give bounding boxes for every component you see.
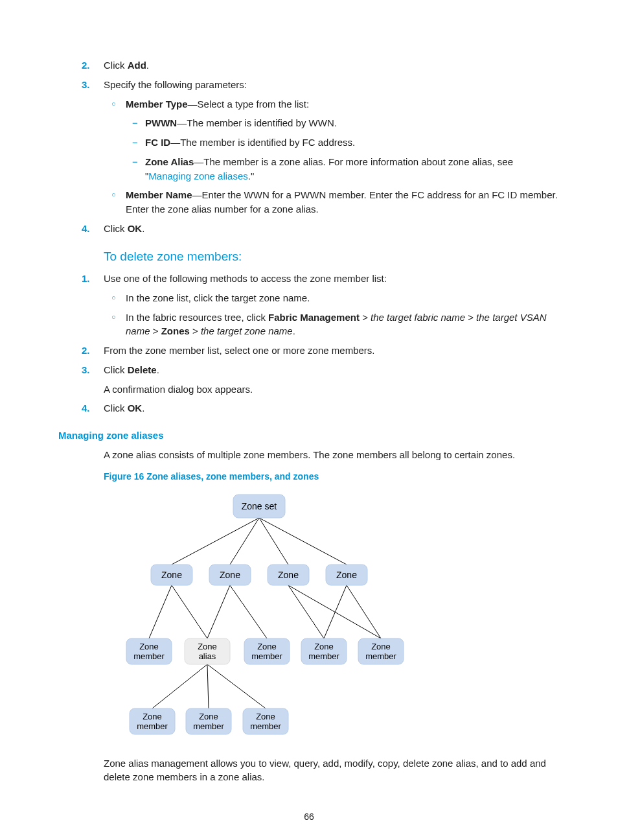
svg-line-2 bbox=[259, 518, 288, 565]
step-number: 1. bbox=[82, 272, 90, 286]
paragraph: A zone alias consists of multiple zone m… bbox=[104, 448, 560, 462]
svg-text:Zone: Zone bbox=[256, 712, 275, 721]
sub-list: In the zone list, click the target zone … bbox=[104, 291, 560, 338]
svg-text:Zone: Zone bbox=[139, 642, 159, 651]
list-item: In the fabric resources tree, click Fabr… bbox=[126, 310, 560, 339]
svg-line-9 bbox=[288, 585, 381, 638]
svg-line-12 bbox=[152, 664, 207, 708]
step-2: 2. From the zone member list, select one… bbox=[104, 344, 560, 358]
link-managing-zone-aliases[interactable]: Managing zone aliases bbox=[148, 170, 247, 181]
ordered-list-delete-members: 1. Use one of the following methods to a… bbox=[58, 272, 560, 415]
node-zone: Zone bbox=[336, 570, 357, 580]
step-text: Click OK. bbox=[104, 223, 144, 234]
node-zone: Zone bbox=[278, 570, 299, 580]
list-item: In the zone list, click the target zone … bbox=[126, 291, 560, 305]
step-number: 4. bbox=[82, 401, 90, 415]
svg-text:Zone: Zone bbox=[143, 712, 162, 721]
step-text: Click Delete. bbox=[104, 364, 159, 375]
svg-text:Zone: Zone bbox=[371, 642, 391, 651]
svg-line-8 bbox=[288, 585, 324, 638]
list-item: FC ID—The member is identified by FC add… bbox=[145, 135, 560, 150]
svg-text:member: member bbox=[308, 651, 339, 661]
step-text: Specify the following parameters: bbox=[104, 79, 247, 90]
step-number: 4. bbox=[82, 222, 90, 236]
svg-text:member: member bbox=[193, 721, 224, 731]
svg-text:Zone: Zone bbox=[198, 642, 217, 651]
svg-text:Zone: Zone bbox=[257, 642, 277, 651]
step-text: Click Add. bbox=[104, 60, 149, 71]
list-item: Member Name—Enter the WWN for a PWWN mem… bbox=[126, 188, 560, 216]
paragraph: Zone alias management allows you to view… bbox=[104, 756, 560, 785]
svg-text:member: member bbox=[133, 651, 165, 661]
list-item: Zone Alias—The member is a zone alias. F… bbox=[145, 155, 560, 183]
node-zone-set: Zone set bbox=[242, 501, 277, 511]
svg-line-11 bbox=[347, 585, 381, 638]
page-number: 66 bbox=[58, 810, 560, 823]
step-number: 3. bbox=[82, 78, 90, 92]
figure-caption: Figure 16 Zone aliases, zone members, an… bbox=[104, 470, 560, 483]
dash-list: PWWN—The member is identified by WWN. FC… bbox=[126, 116, 560, 183]
svg-text:Zone: Zone bbox=[199, 712, 218, 721]
step-number: 2. bbox=[82, 344, 90, 358]
ordered-list-add-members: 2. Click Add. 3. Specify the following p… bbox=[58, 58, 560, 236]
step-text: Use one of the following methods to acce… bbox=[104, 273, 387, 284]
svg-line-3 bbox=[259, 518, 347, 565]
svg-text:member: member bbox=[365, 651, 396, 661]
svg-text:Zone: Zone bbox=[314, 642, 334, 651]
svg-line-14 bbox=[207, 664, 266, 708]
svg-text:alias: alias bbox=[199, 651, 216, 661]
step-4: 4. Click OK. bbox=[104, 401, 560, 415]
svg-text:member: member bbox=[251, 651, 282, 661]
svg-text:member: member bbox=[137, 721, 168, 731]
figure-diagram: Zone set Zone Zone Zone Zone Zone member… bbox=[104, 488, 560, 751]
step-1: 1. Use one of the following methods to a… bbox=[104, 272, 560, 338]
node-zone: Zone bbox=[220, 570, 240, 580]
svg-line-5 bbox=[172, 585, 207, 638]
heading-delete-zone-members: To delete zone members: bbox=[104, 248, 560, 266]
svg-line-6 bbox=[207, 585, 230, 638]
step-text: From the zone member list, select one or… bbox=[104, 345, 375, 356]
step-2: 2. Click Add. bbox=[104, 58, 560, 73]
svg-line-7 bbox=[230, 585, 267, 638]
step-3: 3. Click Delete. A confirmation dialog b… bbox=[104, 363, 560, 397]
step-3: 3. Specify the following parameters: Mem… bbox=[104, 78, 560, 216]
step-text: Click OK. bbox=[104, 402, 144, 414]
list-item: Member Type—Select a type from the list:… bbox=[126, 97, 560, 183]
svg-line-1 bbox=[230, 518, 259, 565]
list-item: PWWN—The member is identified by WWN. bbox=[145, 116, 560, 130]
node-zone: Zone bbox=[161, 570, 182, 580]
step-4: 4. Click OK. bbox=[104, 222, 560, 236]
step-number: 3. bbox=[82, 363, 90, 377]
step-number: 2. bbox=[82, 58, 90, 73]
svg-line-4 bbox=[149, 585, 172, 638]
step-subtext: A confirmation dialog box appears. bbox=[104, 382, 560, 397]
svg-text:member: member bbox=[250, 721, 281, 731]
sub-list: Member Type—Select a type from the list:… bbox=[104, 97, 560, 216]
svg-line-0 bbox=[172, 518, 259, 565]
svg-line-10 bbox=[324, 585, 347, 638]
svg-line-13 bbox=[207, 664, 209, 708]
heading-managing-zone-aliases: Managing zone aliases bbox=[58, 428, 560, 443]
